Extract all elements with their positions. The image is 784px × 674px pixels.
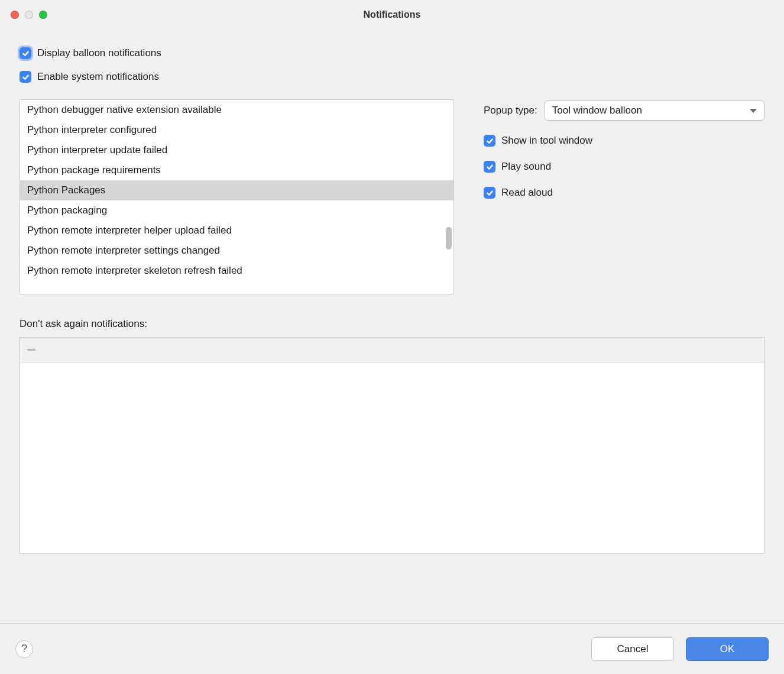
list-item[interactable]: Python Packages <box>20 180 453 200</box>
show-tool-window-row[interactable]: Show in tool window <box>484 135 764 147</box>
dont-ask-label: Don't ask again notifications: <box>20 318 764 330</box>
read-aloud-row[interactable]: Read aloud <box>484 187 764 199</box>
titlebar: Notifications <box>0 0 784 30</box>
list-item[interactable]: Python interpreter update failed <box>20 140 453 160</box>
play-sound-row[interactable]: Play sound <box>484 161 764 173</box>
read-aloud-checkbox[interactable] <box>484 187 495 199</box>
window-controls <box>11 11 47 19</box>
maximize-window-button[interactable] <box>39 11 47 19</box>
enable-system-checkbox[interactable] <box>20 71 31 83</box>
list-item[interactable]: Python package requirements <box>20 160 453 180</box>
play-sound-checkbox[interactable] <box>484 161 495 173</box>
notification-types-list[interactable]: Python debugger native extension availab… <box>20 99 454 294</box>
close-window-button[interactable] <box>11 11 19 19</box>
list-item[interactable]: Python packaging <box>20 200 453 221</box>
window-title: Notifications <box>0 9 784 20</box>
list-scroll[interactable]: Python debugger native extension availab… <box>20 100 453 294</box>
enable-system-row[interactable]: Enable system notifications <box>20 71 764 83</box>
ok-button[interactable]: OK <box>686 637 769 661</box>
popup-type-label: Popup type: <box>484 105 537 116</box>
list-item[interactable]: Python remote interpreter helper upload … <box>20 221 453 241</box>
help-button[interactable]: ? <box>15 640 33 658</box>
list-item[interactable]: Python remote interpreter skeleton refre… <box>20 261 453 281</box>
display-balloon-label: Display balloon notifications <box>37 47 161 59</box>
dont-ask-list[interactable] <box>20 362 764 554</box>
list-item[interactable]: Python debugger native extension availab… <box>20 100 453 120</box>
dont-ask-toolbar <box>20 337 764 362</box>
footer-buttons: Cancel OK <box>591 637 769 661</box>
content: Display balloon notifications Enable sys… <box>0 30 784 623</box>
ok-label: OK <box>720 643 735 655</box>
list-item[interactable]: Python remote interpreter settings chang… <box>20 241 453 261</box>
cancel-label: Cancel <box>617 643 649 655</box>
popup-type-value: Tool window balloon <box>552 105 642 116</box>
list-item[interactable]: Python interpreter configured <box>20 120 453 140</box>
show-tool-window-checkbox[interactable] <box>484 135 495 147</box>
popup-type-row: Popup type: Tool window balloon <box>484 101 764 121</box>
global-checkboxes: Display balloon notifications Enable sys… <box>20 47 764 83</box>
display-balloon-checkbox[interactable] <box>20 47 31 59</box>
minus-icon <box>27 349 35 351</box>
chevron-down-icon <box>750 109 757 113</box>
show-tool-window-label: Show in tool window <box>501 135 592 147</box>
display-balloon-row[interactable]: Display balloon notifications <box>20 47 764 59</box>
minimize-window-button[interactable] <box>25 11 33 19</box>
play-sound-label: Play sound <box>501 161 551 173</box>
settings-window: Notifications Display balloon notificati… <box>0 0 784 674</box>
mid-row: Python debugger native extension availab… <box>20 99 764 294</box>
help-icon: ? <box>21 643 27 655</box>
per-type-options: Popup type: Tool window balloon Show in … <box>484 99 764 294</box>
read-aloud-label: Read aloud <box>501 187 553 199</box>
enable-system-label: Enable system notifications <box>37 71 159 83</box>
scrollbar-thumb[interactable] <box>446 227 452 249</box>
cancel-button[interactable]: Cancel <box>591 637 674 661</box>
footer: ? Cancel OK <box>0 623 784 674</box>
remove-button[interactable] <box>26 345 37 355</box>
popup-type-select[interactable]: Tool window balloon <box>545 101 764 121</box>
